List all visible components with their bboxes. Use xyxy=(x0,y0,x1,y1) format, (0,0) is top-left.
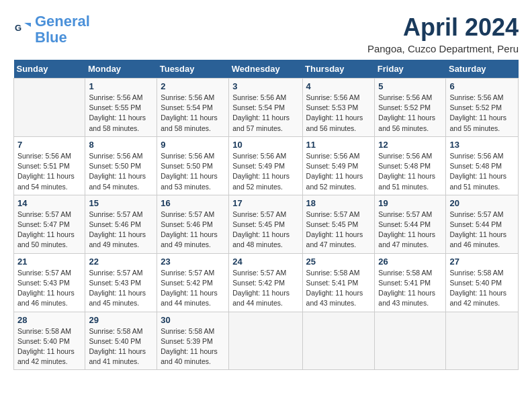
day-info: Sunrise: 5:57 AM Sunset: 5:43 PM Dayligh… xyxy=(89,268,153,309)
day-info: Sunrise: 5:56 AM Sunset: 5:52 PM Dayligh… xyxy=(378,93,442,134)
week-row-2: 7Sunrise: 5:56 AM Sunset: 5:51 PM Daylig… xyxy=(14,136,519,195)
day-number: 1 xyxy=(89,81,153,91)
day-info: Sunrise: 5:57 AM Sunset: 5:43 PM Dayligh… xyxy=(17,268,81,309)
day-info: Sunrise: 5:56 AM Sunset: 5:51 PM Dayligh… xyxy=(17,151,81,192)
day-number: 15 xyxy=(89,198,153,208)
day-cell: 21Sunrise: 5:57 AM Sunset: 5:43 PM Dayli… xyxy=(14,253,85,312)
day-cell: 30Sunrise: 5:58 AM Sunset: 5:39 PM Dayli… xyxy=(157,312,229,370)
calendar-header-row: SundayMondayTuesdayWednesdayThursdayFrid… xyxy=(14,60,519,79)
day-info: Sunrise: 5:56 AM Sunset: 5:53 PM Dayligh… xyxy=(306,93,371,134)
day-cell xyxy=(302,312,375,370)
day-number: 30 xyxy=(161,315,225,325)
day-info: Sunrise: 5:57 AM Sunset: 5:46 PM Dayligh… xyxy=(89,210,153,250)
day-info: Sunrise: 5:56 AM Sunset: 5:50 PM Dayligh… xyxy=(89,151,153,192)
day-info: Sunrise: 5:57 AM Sunset: 5:45 PM Dayligh… xyxy=(306,210,371,250)
day-number: 22 xyxy=(89,257,153,267)
day-number: 10 xyxy=(232,140,298,150)
day-info: Sunrise: 5:57 AM Sunset: 5:47 PM Dayligh… xyxy=(17,210,81,250)
logo-line2: Blue xyxy=(35,29,67,46)
day-cell: 12Sunrise: 5:56 AM Sunset: 5:48 PM Dayli… xyxy=(375,136,446,195)
day-cell: 5Sunrise: 5:56 AM Sunset: 5:52 PM Daylig… xyxy=(375,79,446,137)
day-number: 21 xyxy=(17,257,81,267)
day-cell: 9Sunrise: 5:56 AM Sunset: 5:50 PM Daylig… xyxy=(157,136,229,195)
day-info: Sunrise: 5:56 AM Sunset: 5:54 PM Dayligh… xyxy=(232,93,298,134)
week-row-5: 28Sunrise: 5:58 AM Sunset: 5:40 PM Dayli… xyxy=(14,312,519,370)
day-info: Sunrise: 5:58 AM Sunset: 5:40 PM Dayligh… xyxy=(17,326,81,367)
day-cell: 3Sunrise: 5:56 AM Sunset: 5:54 PM Daylig… xyxy=(229,79,302,137)
day-number: 7 xyxy=(17,140,81,150)
day-number: 24 xyxy=(232,257,298,267)
day-info: Sunrise: 5:58 AM Sunset: 5:40 PM Dayligh… xyxy=(449,268,515,309)
day-cell: 8Sunrise: 5:56 AM Sunset: 5:50 PM Daylig… xyxy=(85,136,157,195)
day-cell: 1Sunrise: 5:56 AM Sunset: 5:55 PM Daylig… xyxy=(85,79,157,137)
day-cell: 29Sunrise: 5:58 AM Sunset: 5:40 PM Dayli… xyxy=(85,312,157,370)
day-number: 20 xyxy=(449,198,515,208)
day-cell: 6Sunrise: 5:56 AM Sunset: 5:52 PM Daylig… xyxy=(446,79,519,137)
header-cell-thursday: Thursday xyxy=(302,60,375,79)
day-number: 28 xyxy=(17,315,81,325)
day-cell: 28Sunrise: 5:58 AM Sunset: 5:40 PM Dayli… xyxy=(14,312,85,370)
day-cell: 4Sunrise: 5:56 AM Sunset: 5:53 PM Daylig… xyxy=(302,79,375,137)
day-cell: 25Sunrise: 5:58 AM Sunset: 5:41 PM Dayli… xyxy=(302,253,375,312)
day-number: 18 xyxy=(306,198,371,208)
day-info: Sunrise: 5:56 AM Sunset: 5:49 PM Dayligh… xyxy=(306,151,371,192)
day-number: 29 xyxy=(89,315,153,325)
day-number: 25 xyxy=(306,257,371,267)
day-cell: 2Sunrise: 5:56 AM Sunset: 5:54 PM Daylig… xyxy=(157,79,229,137)
day-number: 4 xyxy=(306,81,371,91)
header-cell-friday: Friday xyxy=(375,60,446,79)
day-number: 17 xyxy=(232,198,298,208)
header-cell-sunday: Sunday xyxy=(14,60,85,79)
day-number: 11 xyxy=(306,140,371,150)
day-number: 5 xyxy=(378,81,442,91)
header-cell-monday: Monday xyxy=(85,60,157,79)
day-info: Sunrise: 5:58 AM Sunset: 5:41 PM Dayligh… xyxy=(306,268,371,309)
day-cell: 20Sunrise: 5:57 AM Sunset: 5:44 PM Dayli… xyxy=(446,195,519,253)
month-title: April 2024 xyxy=(367,13,519,42)
day-cell: 16Sunrise: 5:57 AM Sunset: 5:46 PM Dayli… xyxy=(157,195,229,253)
day-info: Sunrise: 5:57 AM Sunset: 5:45 PM Dayligh… xyxy=(232,210,298,250)
day-number: 9 xyxy=(161,140,225,150)
day-info: Sunrise: 5:58 AM Sunset: 5:39 PM Dayligh… xyxy=(161,326,225,367)
svg-marker-2 xyxy=(24,23,31,27)
day-number: 14 xyxy=(17,198,81,208)
day-info: Sunrise: 5:58 AM Sunset: 5:40 PM Dayligh… xyxy=(89,326,153,367)
day-info: Sunrise: 5:57 AM Sunset: 5:44 PM Dayligh… xyxy=(449,210,515,250)
day-cell: 14Sunrise: 5:57 AM Sunset: 5:47 PM Dayli… xyxy=(14,195,85,253)
day-number: 13 xyxy=(449,140,515,150)
logo-text: General Blue xyxy=(35,13,90,46)
day-number: 2 xyxy=(161,81,225,91)
day-cell: 15Sunrise: 5:57 AM Sunset: 5:46 PM Dayli… xyxy=(85,195,157,253)
day-cell: 24Sunrise: 5:57 AM Sunset: 5:42 PM Dayli… xyxy=(229,253,302,312)
week-row-1: 1Sunrise: 5:56 AM Sunset: 5:55 PM Daylig… xyxy=(14,79,519,137)
day-number: 26 xyxy=(378,257,442,267)
header-cell-tuesday: Tuesday xyxy=(157,60,229,79)
day-number: 19 xyxy=(378,198,442,208)
day-cell: 13Sunrise: 5:56 AM Sunset: 5:48 PM Dayli… xyxy=(446,136,519,195)
day-cell: 23Sunrise: 5:57 AM Sunset: 5:42 PM Dayli… xyxy=(157,253,229,312)
day-number: 23 xyxy=(161,257,225,267)
day-info: Sunrise: 5:58 AM Sunset: 5:41 PM Dayligh… xyxy=(378,268,442,309)
day-number: 27 xyxy=(449,257,515,267)
day-number: 12 xyxy=(378,140,442,150)
svg-text:G: G xyxy=(15,23,21,33)
day-cell: 11Sunrise: 5:56 AM Sunset: 5:49 PM Dayli… xyxy=(302,136,375,195)
day-number: 3 xyxy=(232,81,298,91)
day-cell: 18Sunrise: 5:57 AM Sunset: 5:45 PM Dayli… xyxy=(302,195,375,253)
day-cell: 27Sunrise: 5:58 AM Sunset: 5:40 PM Dayli… xyxy=(446,253,519,312)
logo: G General Blue xyxy=(13,13,90,46)
header-cell-saturday: Saturday xyxy=(446,60,519,79)
calendar-body: 1Sunrise: 5:56 AM Sunset: 5:55 PM Daylig… xyxy=(14,79,519,370)
day-number: 8 xyxy=(89,140,153,150)
day-cell: 10Sunrise: 5:56 AM Sunset: 5:49 PM Dayli… xyxy=(229,136,302,195)
location-title: Pangoa, Cuzco Department, Peru xyxy=(367,43,519,54)
day-info: Sunrise: 5:57 AM Sunset: 5:42 PM Dayligh… xyxy=(232,268,298,309)
day-info: Sunrise: 5:56 AM Sunset: 5:49 PM Dayligh… xyxy=(232,151,298,192)
header: G General Blue April 2024 Pangoa, Cuzco … xyxy=(13,13,519,54)
day-cell: 17Sunrise: 5:57 AM Sunset: 5:45 PM Dayli… xyxy=(229,195,302,253)
day-info: Sunrise: 5:56 AM Sunset: 5:55 PM Dayligh… xyxy=(89,93,153,134)
day-cell xyxy=(375,312,446,370)
day-cell: 19Sunrise: 5:57 AM Sunset: 5:44 PM Dayli… xyxy=(375,195,446,253)
week-row-3: 14Sunrise: 5:57 AM Sunset: 5:47 PM Dayli… xyxy=(14,195,519,253)
day-info: Sunrise: 5:56 AM Sunset: 5:50 PM Dayligh… xyxy=(161,151,225,192)
